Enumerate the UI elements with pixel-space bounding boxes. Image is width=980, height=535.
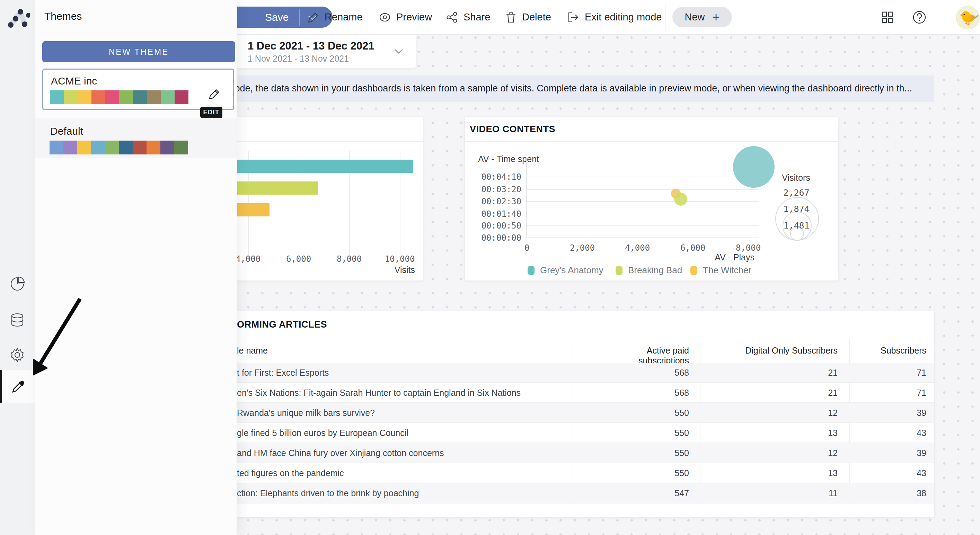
y-tick: 00:03:20: [466, 184, 521, 194]
col-header-digital-only[interactable]: Digital Only Subscribers: [734, 346, 838, 356]
table-row: ted figures on the pandemic5501343: [135, 463, 934, 483]
edit-tooltip-label: EDIT: [203, 109, 219, 116]
article-name-cell: ction: Elephants driven to the brink by …: [237, 488, 419, 498]
widget-title: VIDEO CONTENTS: [470, 124, 555, 135]
app-logo[interactable]: [5, 5, 30, 30]
rename-button[interactable]: Rename: [308, 0, 363, 34]
article-name-cell: ted figures on the pandemic: [237, 468, 344, 478]
table-row: and HM face China fury over Xinjiang cot…: [135, 443, 934, 463]
x-tick: 10,000: [375, 254, 424, 264]
y-tick: 00:04:10: [466, 172, 521, 182]
legend-label: Breaking Bad: [628, 265, 682, 276]
y-tick: 00:01:40: [466, 209, 521, 219]
preview-button[interactable]: Preview: [379, 0, 432, 34]
logo-icon: [5, 5, 30, 30]
x-axis-title: AV - Plays: [685, 252, 754, 262]
delete-button[interactable]: Delete: [505, 0, 551, 34]
article-name-cell: en's Six Nations: Fit-again Sarah Hunter…: [237, 388, 521, 398]
table-header-row: le name Active paid subscriptions Digita…: [135, 339, 934, 364]
left-rail: [0, 0, 35, 535]
sidebar-item-data[interactable]: [0, 304, 35, 337]
legend-item-the-witcher[interactable]: The Witcher: [690, 265, 751, 276]
date-chevron-icon: [393, 48, 404, 55]
digital-only-cell: 13: [734, 468, 838, 478]
date-range-selector[interactable]: 1 Dec 2021 - 13 Dec 2021 1 Nov 2021 - 13…: [208, 34, 416, 68]
x-tick: 8,000: [724, 243, 773, 253]
pencil-icon: [208, 87, 221, 100]
y-tick: 00:00:00: [466, 233, 521, 243]
col-header-article-name[interactable]: le name: [237, 346, 268, 356]
sidebar-item-settings[interactable]: [0, 339, 35, 371]
theme-palette: [49, 141, 188, 154]
profile-chevron-icon[interactable]: [970, 14, 980, 20]
digital-only-cell: 11: [734, 488, 838, 498]
edit-theme-button[interactable]: [207, 86, 222, 102]
gear-icon: [10, 347, 25, 363]
video-contents-widget: VIDEO CONTENTS AV - Time spent 00:04:10 …: [465, 117, 838, 281]
palette-color: [78, 90, 91, 104]
size-legend-title: Visitors: [768, 173, 824, 183]
y-axis-title: AV - Time spent: [478, 154, 539, 164]
legend-label: The Witcher: [703, 265, 751, 276]
x-tick: 0: [503, 243, 551, 253]
article-name-cell: gle fined 5 billion euros by European Co…: [237, 428, 409, 438]
theme-name: Default: [50, 125, 83, 137]
palette-color: [91, 141, 105, 154]
legend-label: Grey's Anatomy: [540, 265, 603, 276]
legend-item-greys-anatomy[interactable]: Grey's Anatomy: [528, 265, 603, 276]
sampling-notice-banner: mode, the data shown in your dashboards …: [135, 76, 934, 102]
x-tick: 8,000: [325, 254, 374, 264]
col-header-subscribers[interactable]: Subscribers: [857, 346, 926, 356]
apps-grid-button[interactable]: [878, 8, 897, 26]
table-row: t for First: Excel Esports5682171: [135, 363, 934, 383]
share-button[interactable]: Share: [446, 0, 490, 34]
grid-icon: [881, 10, 894, 24]
new-theme-button[interactable]: NEW THEME: [42, 41, 235, 62]
active-paid-cell: 547: [607, 488, 689, 498]
palette-color: [91, 90, 105, 104]
theme-item-acme[interactable]: ACME inc: [42, 68, 234, 110]
preview-label: Preview: [396, 11, 432, 23]
exit-editing-label: Exit editing mode: [585, 11, 662, 23]
palette-color: [49, 141, 64, 154]
article-name-cell: Rwanda's unique milk bars survive?: [237, 408, 375, 418]
table-row: gle fined 5 billion euros by European Co…: [135, 423, 934, 443]
date-range-comparison: 1 Nov 2021 - 13 Nov 2021: [248, 54, 349, 64]
digital-only-cell: 21: [734, 368, 838, 378]
articles-table-widget: ORMING ARTICLES le name Active paid subs…: [135, 311, 934, 518]
sidebar-item-themes-active[interactable]: [0, 370, 35, 403]
eye-icon: [379, 11, 391, 24]
new-widget-button[interactable]: New +: [672, 7, 732, 27]
bubble-breaking-bad[interactable]: [674, 192, 687, 206]
y-axis-line: [526, 157, 527, 238]
sampling-notice-text: mode, the data shown in your dashboards …: [227, 83, 912, 94]
active-paid-cell: 550: [607, 448, 689, 458]
size-legend-value: 2,267: [762, 188, 831, 198]
palette-color: [174, 141, 188, 154]
subscribers-cell: 43: [857, 428, 926, 438]
delete-label: Delete: [522, 11, 551, 23]
save-split-divider: [299, 9, 300, 25]
sidebar-item-analytics[interactable]: [0, 268, 35, 300]
theme-name: ACME inc: [51, 75, 97, 87]
palette-color: [64, 141, 77, 154]
article-name-cell: and HM face China fury over Xinjiang cot…: [237, 448, 444, 458]
legend-item-breaking-bad[interactable]: Breaking Bad: [616, 265, 682, 276]
active-paid-cell: 550: [607, 468, 689, 478]
x-tick: 4,000: [613, 243, 662, 253]
palette-color: [161, 141, 174, 154]
pencil-icon: [308, 11, 320, 23]
toolbar-divider: [665, 3, 665, 32]
palette-color: [147, 90, 161, 104]
subscribers-cell: 71: [857, 368, 926, 378]
digital-only-cell: 13: [734, 428, 838, 438]
share-label: Share: [463, 11, 490, 23]
table-row: en's Six Nations: Fit-again Sarah Hunter…: [135, 383, 934, 403]
help-button[interactable]: [910, 8, 928, 26]
exit-editing-button[interactable]: Exit editing mode: [567, 0, 662, 34]
active-paid-cell: 550: [607, 428, 689, 438]
subscribers-cell: 38: [857, 488, 926, 498]
legend-swatch: [528, 266, 535, 275]
theme-item-default[interactable]: Default: [35, 118, 237, 158]
y-tick: 00:02:30: [466, 197, 521, 206]
